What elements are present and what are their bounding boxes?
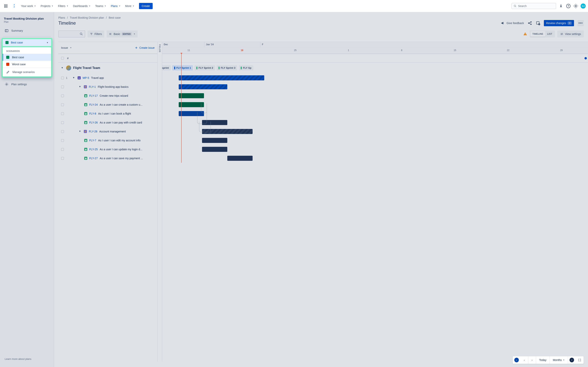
export-icon[interactable]: + bbox=[536, 21, 540, 25]
give-feedback-button[interactable]: Give feedback bbox=[501, 21, 524, 25]
gantt-bar[interactable] bbox=[179, 93, 204, 98]
app-switcher-icon[interactable] bbox=[2, 2, 9, 9]
row-checkbox[interactable] bbox=[61, 130, 64, 133]
gantt-bar[interactable] bbox=[179, 102, 204, 107]
search-input[interactable] bbox=[518, 4, 554, 8]
issue-row[interactable]: ◉FLY-24As a user I can create a custom u… bbox=[58, 100, 157, 109]
select-all-checkbox[interactable] bbox=[61, 57, 64, 60]
fullscreen-button[interactable] bbox=[576, 356, 584, 364]
row-checkbox[interactable] bbox=[61, 139, 64, 142]
nav-your-work[interactable]: Your work▼ bbox=[19, 3, 38, 9]
team-row[interactable]: ▼ Flight Travel Team bbox=[58, 63, 157, 73]
sprint-chip[interactable]: FLY Sprint 1 bbox=[172, 65, 193, 70]
scenario-selector[interactable]: Best case ▼ bbox=[3, 39, 51, 46]
view-mode-button[interactable]: Basic EDITED ▼ bbox=[107, 31, 138, 37]
fields-rail[interactable]: FIELDS bbox=[157, 42, 162, 362]
gantt-bar[interactable] bbox=[202, 147, 227, 152]
zoom-selector[interactable]: Months▼ bbox=[550, 356, 568, 364]
gantt-bar[interactable] bbox=[179, 84, 227, 89]
scroll-to-start-button[interactable]: › bbox=[513, 356, 520, 364]
issue-key-link[interactable]: FLY-25 bbox=[89, 148, 98, 151]
sprint-chip[interactable]: FLY Sp bbox=[239, 65, 253, 70]
gantt-bar[interactable] bbox=[179, 75, 264, 80]
row-checkbox[interactable] bbox=[61, 103, 64, 106]
issue-key-link[interactable]: FLY-1 bbox=[89, 85, 96, 88]
issue-key-link[interactable]: FLY-17 bbox=[89, 94, 98, 97]
issue-row[interactable]: ◉FLY-17Create new trips wizard bbox=[58, 91, 157, 100]
sprint-chip[interactable]: t sprint bbox=[162, 65, 171, 70]
row-checkbox[interactable] bbox=[61, 85, 64, 88]
row-checkbox[interactable] bbox=[61, 148, 64, 151]
issue-key-link[interactable]: MP-5 bbox=[83, 76, 89, 79]
issue-key-link[interactable]: FLY-24 bbox=[89, 103, 98, 106]
nav-teams[interactable]: Teams▼ bbox=[93, 3, 108, 9]
learn-more-link[interactable]: Learn more about plans bbox=[2, 356, 52, 362]
gantt-bar[interactable] bbox=[227, 156, 253, 161]
scenario-option-worst-case[interactable]: Worst case bbox=[3, 61, 51, 68]
breadcrumb-item[interactable]: Travel Booking Division plan bbox=[70, 16, 104, 19]
breadcrumb-item[interactable]: Best case bbox=[109, 16, 121, 19]
row-checkbox[interactable] bbox=[61, 112, 64, 115]
notifications-icon[interactable] bbox=[558, 3, 563, 8]
issue-key-link[interactable]: FLY-26 bbox=[89, 121, 98, 124]
issue-row[interactable]: ◉FLY-25As a user I can update my login d… bbox=[58, 145, 157, 154]
issue-row[interactable]: ▼⚡FLY-28Account management bbox=[58, 127, 157, 136]
issue-row[interactable]: ◉FLY-8As I user I can book a flight bbox=[58, 109, 157, 118]
filters-button[interactable]: Filters bbox=[87, 31, 104, 37]
nav-projects[interactable]: Projects▼ bbox=[39, 3, 55, 9]
create-button[interactable]: Create bbox=[139, 3, 153, 9]
settings-icon[interactable] bbox=[573, 3, 578, 8]
warning-icon[interactable] bbox=[523, 32, 527, 36]
story-type-icon: ◉ bbox=[84, 148, 87, 151]
breadcrumb-item[interactable]: Plans bbox=[58, 16, 65, 19]
nav-dashboards[interactable]: Dashboards▼ bbox=[71, 3, 92, 9]
issue-title: As a user I can pay with credit card bbox=[100, 121, 142, 124]
issue-key-link[interactable]: FLY-8 bbox=[89, 112, 96, 115]
sprint-chip[interactable]: FLY Sprint 3 bbox=[216, 65, 237, 70]
global-search[interactable] bbox=[511, 3, 556, 9]
more-menu-button[interactable]: ••• bbox=[578, 20, 584, 26]
issue-row[interactable]: 1▼▸MP-5Travel app bbox=[58, 73, 157, 82]
create-issue-button[interactable]: Create issue bbox=[135, 46, 155, 50]
scenario-option-best-case[interactable]: Best case bbox=[3, 54, 51, 61]
nav-more[interactable]: More▼ bbox=[123, 3, 136, 9]
issue-sort[interactable]: Issue ▼ bbox=[61, 46, 72, 49]
issue-key-link[interactable]: FLY-7 bbox=[89, 139, 96, 142]
sidebar-item-summary[interactable]: Summary bbox=[2, 27, 52, 34]
user-avatar[interactable]: CJ bbox=[581, 3, 586, 8]
help-icon[interactable]: ? bbox=[566, 3, 571, 8]
gantt-bar[interactable] bbox=[202, 138, 227, 143]
chevron-down-icon[interactable]: ▼ bbox=[72, 76, 76, 79]
chevron-down-icon[interactable]: ▼ bbox=[79, 130, 82, 133]
issue-key-link[interactable]: FLY-27 bbox=[89, 157, 98, 160]
sidebar-item-plan-settings[interactable]: Plan settings bbox=[2, 80, 52, 88]
row-checkbox[interactable] bbox=[61, 157, 64, 160]
view-settings-button[interactable]: View settings bbox=[557, 31, 584, 37]
chevron-down-icon[interactable]: ▼ bbox=[61, 67, 64, 69]
scroll-prev-button[interactable]: ‹ bbox=[520, 356, 528, 364]
chevron-down-icon[interactable]: ▼ bbox=[79, 85, 82, 88]
row-checkbox[interactable] bbox=[61, 76, 64, 79]
row-checkbox[interactable] bbox=[61, 121, 64, 124]
issue-row[interactable]: ◉FLY-7As I user I can edit my account in… bbox=[58, 136, 157, 145]
timeline-tab[interactable]: TIMELINE bbox=[530, 31, 545, 37]
gantt-body[interactable]: t sprint FLY Sprint 1 FLY Sprint 2 FLY S… bbox=[162, 54, 588, 163]
share-icon[interactable] bbox=[527, 21, 532, 25]
row-checkbox[interactable] bbox=[61, 94, 64, 97]
filter-search-input[interactable] bbox=[58, 31, 85, 37]
nav-filters[interactable]: Filters▼ bbox=[56, 3, 70, 9]
sprint-chip[interactable]: FLY Sprint 2 bbox=[194, 65, 215, 70]
review-changes-button[interactable]: Review changes 2 bbox=[544, 20, 574, 26]
manage-scenarios[interactable]: Manage scenarios bbox=[3, 68, 51, 76]
scroll-next-button[interactable]: › bbox=[528, 356, 536, 364]
info-button[interactable]: i bbox=[568, 356, 576, 364]
issue-key-link[interactable]: FLY-28 bbox=[89, 130, 97, 133]
today-button[interactable]: Today bbox=[536, 356, 550, 364]
issue-row[interactable]: ◉FLY-27As a user I can save my payment .… bbox=[58, 154, 157, 163]
issue-row[interactable]: ▼⚡FLY-1Flight booking app basics bbox=[58, 82, 157, 91]
nav-plans[interactable]: Plans▼ bbox=[109, 3, 122, 9]
jira-logo-icon[interactable] bbox=[10, 4, 18, 8]
issue-row[interactable]: ◉FLY-26As a user I can pay with credit c… bbox=[58, 118, 157, 127]
list-tab[interactable]: LIST bbox=[545, 31, 554, 37]
svg-point-19 bbox=[561, 34, 562, 35]
